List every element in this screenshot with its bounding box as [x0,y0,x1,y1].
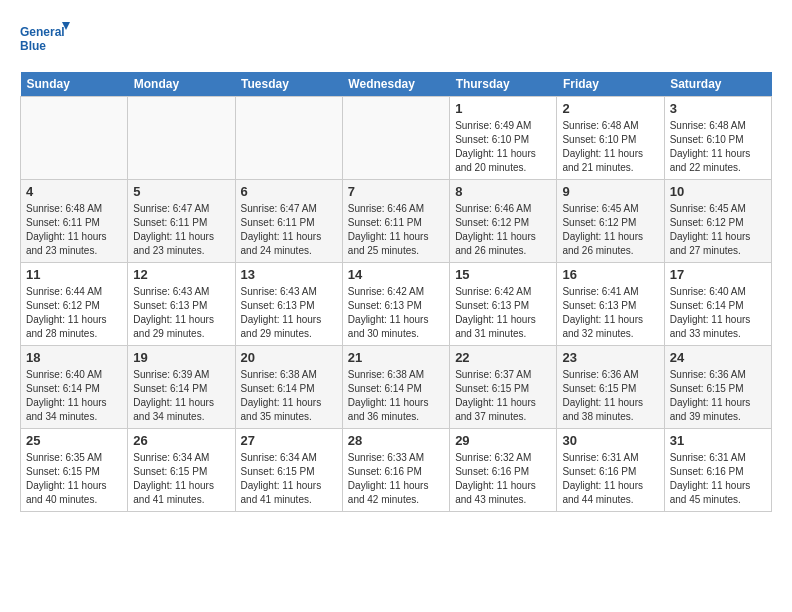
day-number: 20 [241,350,337,365]
day-info: Sunrise: 6:47 AM Sunset: 6:11 PM Dayligh… [133,202,229,258]
day-number: 24 [670,350,766,365]
day-number: 10 [670,184,766,199]
day-info: Sunrise: 6:45 AM Sunset: 6:12 PM Dayligh… [670,202,766,258]
day-info: Sunrise: 6:48 AM Sunset: 6:10 PM Dayligh… [670,119,766,175]
day-info: Sunrise: 6:46 AM Sunset: 6:12 PM Dayligh… [455,202,551,258]
day-info: Sunrise: 6:32 AM Sunset: 6:16 PM Dayligh… [455,451,551,507]
calendar-day-13: 13Sunrise: 6:43 AM Sunset: 6:13 PM Dayli… [235,263,342,346]
calendar-day-30: 30Sunrise: 6:31 AM Sunset: 6:16 PM Dayli… [557,429,664,512]
day-info: Sunrise: 6:37 AM Sunset: 6:15 PM Dayligh… [455,368,551,424]
day-info: Sunrise: 6:49 AM Sunset: 6:10 PM Dayligh… [455,119,551,175]
calendar-day-12: 12Sunrise: 6:43 AM Sunset: 6:13 PM Dayli… [128,263,235,346]
calendar-day-23: 23Sunrise: 6:36 AM Sunset: 6:15 PM Dayli… [557,346,664,429]
calendar-day-8: 8Sunrise: 6:46 AM Sunset: 6:12 PM Daylig… [450,180,557,263]
day-number: 12 [133,267,229,282]
day-number: 15 [455,267,551,282]
calendar-day-31: 31Sunrise: 6:31 AM Sunset: 6:16 PM Dayli… [664,429,771,512]
calendar-day-21: 21Sunrise: 6:38 AM Sunset: 6:14 PM Dayli… [342,346,449,429]
calendar-week-row: 4Sunrise: 6:48 AM Sunset: 6:11 PM Daylig… [21,180,772,263]
calendar-week-row: 18Sunrise: 6:40 AM Sunset: 6:14 PM Dayli… [21,346,772,429]
calendar-day-18: 18Sunrise: 6:40 AM Sunset: 6:14 PM Dayli… [21,346,128,429]
svg-text:General: General [20,25,65,39]
calendar-day-20: 20Sunrise: 6:38 AM Sunset: 6:14 PM Dayli… [235,346,342,429]
day-info: Sunrise: 6:35 AM Sunset: 6:15 PM Dayligh… [26,451,122,507]
calendar-day-17: 17Sunrise: 6:40 AM Sunset: 6:14 PM Dayli… [664,263,771,346]
day-info: Sunrise: 6:39 AM Sunset: 6:14 PM Dayligh… [133,368,229,424]
day-info: Sunrise: 6:47 AM Sunset: 6:11 PM Dayligh… [241,202,337,258]
calendar-day-11: 11Sunrise: 6:44 AM Sunset: 6:12 PM Dayli… [21,263,128,346]
day-number: 1 [455,101,551,116]
weekday-header-sunday: Sunday [21,72,128,97]
day-info: Sunrise: 6:46 AM Sunset: 6:11 PM Dayligh… [348,202,444,258]
day-number: 4 [26,184,122,199]
day-info: Sunrise: 6:42 AM Sunset: 6:13 PM Dayligh… [455,285,551,341]
day-info: Sunrise: 6:34 AM Sunset: 6:15 PM Dayligh… [241,451,337,507]
day-info: Sunrise: 6:41 AM Sunset: 6:13 PM Dayligh… [562,285,658,341]
empty-day [235,97,342,180]
calendar-day-3: 3Sunrise: 6:48 AM Sunset: 6:10 PM Daylig… [664,97,771,180]
day-number: 30 [562,433,658,448]
empty-day [128,97,235,180]
calendar-table: SundayMondayTuesdayWednesdayThursdayFrid… [20,72,772,512]
calendar-day-10: 10Sunrise: 6:45 AM Sunset: 6:12 PM Dayli… [664,180,771,263]
calendar-week-row: 25Sunrise: 6:35 AM Sunset: 6:15 PM Dayli… [21,429,772,512]
calendar-day-29: 29Sunrise: 6:32 AM Sunset: 6:16 PM Dayli… [450,429,557,512]
day-number: 23 [562,350,658,365]
day-info: Sunrise: 6:45 AM Sunset: 6:12 PM Dayligh… [562,202,658,258]
day-info: Sunrise: 6:44 AM Sunset: 6:12 PM Dayligh… [26,285,122,341]
day-number: 26 [133,433,229,448]
day-number: 29 [455,433,551,448]
calendar-day-19: 19Sunrise: 6:39 AM Sunset: 6:14 PM Dayli… [128,346,235,429]
calendar-day-16: 16Sunrise: 6:41 AM Sunset: 6:13 PM Dayli… [557,263,664,346]
day-number: 16 [562,267,658,282]
day-number: 9 [562,184,658,199]
weekday-header-row: SundayMondayTuesdayWednesdayThursdayFrid… [21,72,772,97]
empty-day [342,97,449,180]
day-number: 13 [241,267,337,282]
day-info: Sunrise: 6:34 AM Sunset: 6:15 PM Dayligh… [133,451,229,507]
calendar-day-28: 28Sunrise: 6:33 AM Sunset: 6:16 PM Dayli… [342,429,449,512]
calendar-week-row: 1Sunrise: 6:49 AM Sunset: 6:10 PM Daylig… [21,97,772,180]
day-number: 17 [670,267,766,282]
svg-text:Blue: Blue [20,39,46,53]
calendar-day-5: 5Sunrise: 6:47 AM Sunset: 6:11 PM Daylig… [128,180,235,263]
day-info: Sunrise: 6:36 AM Sunset: 6:15 PM Dayligh… [562,368,658,424]
day-info: Sunrise: 6:33 AM Sunset: 6:16 PM Dayligh… [348,451,444,507]
page-header: General Blue [20,20,772,62]
calendar-day-14: 14Sunrise: 6:42 AM Sunset: 6:13 PM Dayli… [342,263,449,346]
day-info: Sunrise: 6:40 AM Sunset: 6:14 PM Dayligh… [26,368,122,424]
logo: General Blue [20,20,70,62]
calendar-day-24: 24Sunrise: 6:36 AM Sunset: 6:15 PM Dayli… [664,346,771,429]
weekday-header-wednesday: Wednesday [342,72,449,97]
weekday-header-monday: Monday [128,72,235,97]
day-info: Sunrise: 6:31 AM Sunset: 6:16 PM Dayligh… [562,451,658,507]
day-number: 8 [455,184,551,199]
day-number: 27 [241,433,337,448]
day-number: 7 [348,184,444,199]
day-info: Sunrise: 6:48 AM Sunset: 6:11 PM Dayligh… [26,202,122,258]
day-info: Sunrise: 6:38 AM Sunset: 6:14 PM Dayligh… [348,368,444,424]
calendar-day-15: 15Sunrise: 6:42 AM Sunset: 6:13 PM Dayli… [450,263,557,346]
day-number: 28 [348,433,444,448]
day-info: Sunrise: 6:36 AM Sunset: 6:15 PM Dayligh… [670,368,766,424]
day-info: Sunrise: 6:43 AM Sunset: 6:13 PM Dayligh… [241,285,337,341]
day-info: Sunrise: 6:48 AM Sunset: 6:10 PM Dayligh… [562,119,658,175]
day-number: 22 [455,350,551,365]
day-number: 2 [562,101,658,116]
day-number: 5 [133,184,229,199]
weekday-header-tuesday: Tuesday [235,72,342,97]
empty-day [21,97,128,180]
day-info: Sunrise: 6:38 AM Sunset: 6:14 PM Dayligh… [241,368,337,424]
day-number: 11 [26,267,122,282]
calendar-day-6: 6Sunrise: 6:47 AM Sunset: 6:11 PM Daylig… [235,180,342,263]
day-number: 25 [26,433,122,448]
weekday-header-friday: Friday [557,72,664,97]
day-number: 18 [26,350,122,365]
calendar-week-row: 11Sunrise: 6:44 AM Sunset: 6:12 PM Dayli… [21,263,772,346]
logo-svg: General Blue [20,20,70,62]
calendar-day-1: 1Sunrise: 6:49 AM Sunset: 6:10 PM Daylig… [450,97,557,180]
calendar-day-7: 7Sunrise: 6:46 AM Sunset: 6:11 PM Daylig… [342,180,449,263]
day-info: Sunrise: 6:42 AM Sunset: 6:13 PM Dayligh… [348,285,444,341]
day-number: 21 [348,350,444,365]
calendar-day-4: 4Sunrise: 6:48 AM Sunset: 6:11 PM Daylig… [21,180,128,263]
